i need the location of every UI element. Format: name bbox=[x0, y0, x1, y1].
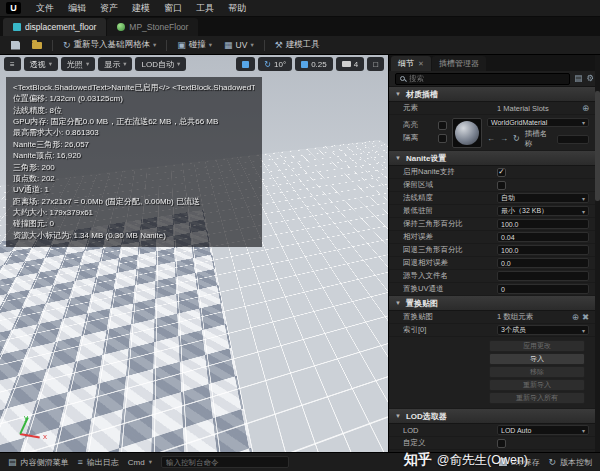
show-button[interactable]: 显示 ▾ bbox=[98, 57, 132, 71]
elements-label: 元素 bbox=[403, 103, 497, 113]
slot-name-field[interactable] bbox=[557, 135, 589, 144]
material-thumbnail[interactable] bbox=[452, 118, 482, 148]
browse-button[interactable] bbox=[27, 40, 47, 51]
collision-icon: ▣ bbox=[177, 41, 186, 50]
menu-item[interactable]: 帮助 bbox=[221, 2, 253, 15]
viewport-options-button[interactable]: ≡ bbox=[4, 57, 21, 71]
index-members-select[interactable]: 3个成员 bbox=[497, 325, 589, 335]
reset-icon[interactable]: ↻ bbox=[513, 135, 520, 143]
min-residency-select[interactable]: 最小（32 KB） bbox=[497, 206, 589, 216]
apply-changes-button[interactable]: 应用更改 bbox=[489, 340, 585, 352]
menu-item[interactable]: 资产 bbox=[93, 2, 125, 15]
maximize-viewport-button[interactable]: □ bbox=[367, 57, 384, 71]
perspective-button[interactable]: 透视 ▾ bbox=[24, 57, 58, 71]
details-scroll-area[interactable]: ▼ 材质插槽 元素 1 Material Slots ⊕ 高亮 bbox=[389, 87, 600, 452]
enable-nanite-checkbox[interactable]: ✓ bbox=[497, 168, 506, 177]
menu-item[interactable]: 文件 bbox=[29, 2, 61, 15]
clear-array-icon[interactable]: ✖ bbox=[582, 313, 589, 322]
slot-manager-tab-label: 插槽管理器 bbox=[439, 58, 479, 69]
displacement-index-row: 索引[0] 3个成员 bbox=[389, 324, 595, 337]
lit-mode-button[interactable]: 光照 ▾ bbox=[61, 57, 95, 71]
add-element-icon[interactable]: ⊕ bbox=[582, 104, 589, 113]
isolate-checkbox[interactable] bbox=[438, 134, 447, 143]
chevron-down-icon: ▾ bbox=[49, 61, 52, 68]
uv-button[interactable]: ▦ UV ▾ bbox=[219, 38, 259, 52]
menu-item[interactable]: 工具 bbox=[189, 2, 221, 15]
close-icon[interactable]: ✕ bbox=[418, 60, 424, 68]
revision-control-icon: ↻ bbox=[548, 458, 556, 467]
cmd-selector[interactable]: Cmd ▾ bbox=[128, 458, 152, 467]
import-button[interactable]: 导入 bbox=[489, 353, 585, 365]
section-displacement-maps[interactable]: ▼ 置换贴图 bbox=[389, 296, 595, 311]
save-button[interactable] bbox=[6, 39, 25, 52]
source-import-filename-input[interactable] bbox=[497, 271, 589, 281]
reimport-button[interactable]: 重新导入 bbox=[489, 379, 585, 391]
camera-speed-button[interactable]: 4 bbox=[336, 57, 364, 71]
search-box[interactable] bbox=[395, 73, 570, 85]
rotation-snap-icon: ↻ bbox=[264, 60, 271, 69]
output-log-button[interactable]: ≡ 输出日志 bbox=[78, 457, 119, 468]
collision-button[interactable]: ▣ 碰撞 ▾ bbox=[172, 37, 217, 53]
slot-name-label: 插槽名称 bbox=[525, 129, 553, 149]
use-selected-icon[interactable]: ← bbox=[487, 135, 495, 143]
rotation-snap-button[interactable]: ↻ 10° bbox=[258, 57, 292, 71]
lod-select[interactable]: LOD Auto bbox=[497, 425, 589, 435]
material-slots-header: 材质插槽 bbox=[406, 89, 438, 100]
gear-icon[interactable]: ⚙ bbox=[586, 74, 594, 83]
menu-item[interactable]: 建模 bbox=[125, 2, 157, 15]
search-input[interactable] bbox=[409, 74, 565, 83]
console-input[interactable] bbox=[161, 456, 289, 468]
x-axis-line bbox=[20, 433, 40, 438]
modeling-tools-button[interactable]: ⚒ 建模工具 bbox=[270, 37, 325, 53]
details-tab-label: 细节 bbox=[398, 58, 414, 69]
remove-button[interactable]: 移除 bbox=[489, 366, 585, 378]
modeling-tools-icon: ⚒ bbox=[275, 41, 283, 50]
revision-control-button[interactable]: ↻ 版本控制 bbox=[548, 457, 592, 468]
preserve-area-checkbox[interactable] bbox=[497, 181, 506, 190]
tab-displacement-floor[interactable]: displacement_floor bbox=[3, 18, 106, 36]
displacement-array-row: 置换贴图 1 数组元素 ⊕ ✖ bbox=[389, 311, 595, 324]
material-slot-count: 1 Material Slots bbox=[497, 104, 579, 113]
section-lod-picker[interactable]: ▼ LOD选取器 bbox=[389, 409, 595, 424]
content-drawer-button[interactable]: ▤ 内容侧滑菜单 bbox=[8, 457, 69, 468]
custom-lod-checkbox[interactable] bbox=[497, 439, 506, 448]
material-elements-row: 元素 1 Material Slots ⊕ bbox=[389, 102, 595, 115]
section-nanite-settings[interactable]: ▼ Nanite设置 bbox=[389, 151, 595, 166]
tab-mp-stonefloor[interactable]: MP_StoneFloor bbox=[107, 18, 198, 36]
reimport-all-button[interactable]: 重新导入所有 bbox=[489, 392, 585, 404]
isolate-label: 隔离 bbox=[403, 133, 418, 143]
keep-triangle-percent-input[interactable]: 100.0 bbox=[497, 219, 589, 229]
tab-slot-manager[interactable]: 插槽管理器 bbox=[432, 56, 486, 71]
highlight-checkbox[interactable] bbox=[438, 121, 447, 130]
fallback-relative-error-input[interactable]: 0.0 bbox=[497, 258, 589, 268]
scale-snap-button[interactable]: 0.25 bbox=[295, 57, 333, 71]
nanite-settings-header: Nanite设置 bbox=[406, 153, 446, 164]
chevron-down-icon: ▾ bbox=[149, 459, 152, 466]
filter-icon[interactable]: ▤ bbox=[574, 74, 582, 83]
add-array-element-icon[interactable]: ⊕ bbox=[572, 313, 579, 322]
scrollbar-thumb[interactable] bbox=[595, 91, 600, 201]
grid-snap-toggle[interactable] bbox=[236, 57, 255, 71]
tab-details[interactable]: 细节 ✕ bbox=[391, 56, 431, 71]
fallback-triangle-percent-input[interactable]: 100.0 bbox=[497, 245, 589, 255]
menu-item[interactable]: 窗口 bbox=[157, 2, 189, 15]
reimport-base-mesh-button[interactable]: ↻ 重新导入基础网格体 ▾ bbox=[58, 37, 161, 53]
material-select[interactable]: WorldGridMaterial bbox=[487, 118, 589, 127]
chevron-down-icon: ▼ bbox=[395, 91, 401, 97]
relative-error-input[interactable]: 0.04 bbox=[497, 232, 589, 242]
panel-scrollbar[interactable] bbox=[595, 55, 600, 452]
lod-auto-button[interactable]: LOD自动 ▾ bbox=[135, 57, 186, 71]
menu-item[interactable]: 编辑 bbox=[61, 2, 93, 15]
highlight-row: 高亮 bbox=[403, 120, 447, 130]
highlight-label: 高亮 bbox=[403, 120, 418, 130]
section-material-slots[interactable]: ▼ 材质插槽 bbox=[389, 87, 595, 102]
unreal-logo-icon[interactable]: U bbox=[6, 2, 21, 14]
nanite-row-fallback-percent: 回退三角形百分比 100.0 bbox=[389, 244, 595, 257]
viewport-stat-line: 距离场: 27x21x7 = 0.0Mb (固定分配, 0.00Mb) 已流送 bbox=[13, 196, 255, 207]
viewport[interactable]: ≡ 透视 ▾ 光照 ▾ 显示 ▾ LOD自动 ▾ bbox=[0, 55, 388, 452]
output-log-label: 输出日志 bbox=[87, 457, 119, 468]
isolate-row: 隔离 bbox=[403, 133, 447, 143]
normal-precision-select[interactable]: 自动 bbox=[497, 193, 589, 203]
displacement-uv-channel-input[interactable]: 0 bbox=[497, 284, 589, 294]
browse-to-asset-icon[interactable]: → bbox=[500, 135, 508, 143]
